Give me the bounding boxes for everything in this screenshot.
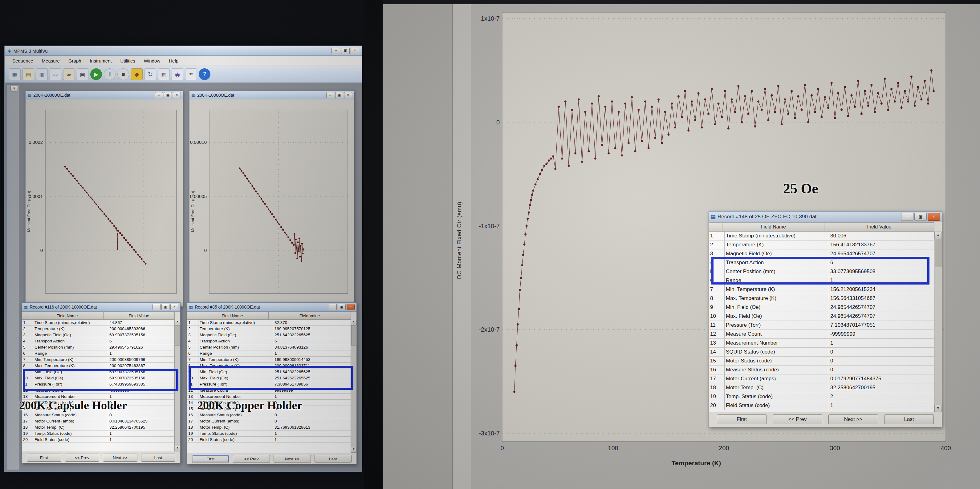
- table-row[interactable]: 14SQUID Status (code)0: [187, 400, 351, 406]
- refresh-icon[interactable]: ↻: [145, 68, 156, 80]
- table-row[interactable]: 8Max. Temperature (K)200.002975463867: [22, 363, 175, 369]
- table-row[interactable]: 7Min. Temperature (K)156.212005615234: [709, 285, 934, 294]
- table-row[interactable]: 10Max. Field (Oe)251.642622265625: [187, 375, 351, 381]
- table-scrollbar[interactable]: ▲ ▼: [174, 320, 180, 451]
- table-row[interactable]: 18Motor Temp. (C)31.7693061828613: [187, 424, 351, 430]
- table-row[interactable]: 16Measure Status (code)0: [187, 412, 351, 418]
- scrollbar-thumb[interactable]: [935, 239, 942, 267]
- open-file-icon[interactable]: ▤: [22, 68, 34, 80]
- table-row[interactable]: 11Pressure (Torr)6.74839959693385: [22, 381, 175, 387]
- scroll-up-icon[interactable]: ▲: [351, 320, 356, 325]
- table-row[interactable]: 10Max. Field (Oe)69.9007873535156: [22, 375, 175, 381]
- table-row[interactable]: 14SQUID Status (code)0: [709, 348, 934, 357]
- maximize-button[interactable]: ▣: [335, 92, 343, 98]
- dialog-titlebar[interactable]: ▦ Record #116 of 200K-10000OE.dat – ▣ ×: [22, 303, 180, 312]
- table-row[interactable]: 14SQUID Status (code)0: [22, 400, 175, 406]
- play-icon[interactable]: ▶: [90, 68, 102, 80]
- close-icon[interactable]: ×: [11, 86, 18, 92]
- table-row[interactable]: 19Temp. Status (code)2: [709, 392, 934, 401]
- record-nav-button[interactable]: Last: [315, 455, 352, 463]
- close-button[interactable]: ×: [928, 213, 940, 221]
- minimize-button[interactable]: –: [331, 48, 340, 54]
- record-nav-button[interactable]: << Prev: [233, 455, 270, 463]
- table-row[interactable]: 5Center Position (mm)33.0773095569508: [709, 267, 934, 276]
- table-row[interactable]: 11Pressure (Torr)7.10348701477051: [709, 321, 934, 330]
- table-row[interactable]: 13Measurement Number1: [187, 394, 351, 400]
- table-row[interactable]: 11Pressure (Torr)7.3889451789856: [187, 381, 351, 387]
- scroll-down-icon[interactable]: ▼: [351, 447, 356, 452]
- maximize-button[interactable]: ▣: [164, 92, 172, 98]
- menu-item[interactable]: Window: [140, 57, 164, 65]
- table-row[interactable]: 20Field Status (code)1: [187, 437, 351, 443]
- scrollbar-thumb[interactable]: [351, 325, 356, 346]
- record-nav-button[interactable]: First: [27, 454, 61, 462]
- copy-icon[interactable]: ▱: [49, 68, 61, 80]
- table-row[interactable]: 17Motor Current (amps)0: [187, 418, 351, 424]
- table-row[interactable]: 5Center Position (mm)29.496545791626: [22, 344, 175, 351]
- help-icon[interactable]: ?: [199, 68, 210, 80]
- table-row[interactable]: 17Motor Current (amps)0.018463134765625: [22, 418, 175, 424]
- table-row[interactable]: 1Time Stamp (minutes,relative)44.867: [22, 320, 175, 326]
- chart-window-titlebar[interactable]: ▦ 200K-10000OE.dat – ▣ ×: [25, 91, 183, 100]
- table-row[interactable]: 6Range1: [187, 351, 351, 357]
- minimize-button[interactable]: –: [901, 213, 913, 221]
- table-row[interactable]: 2Temperature (K)156.414132133767: [709, 240, 934, 249]
- table-row[interactable]: 1Time Stamp (minutes,relative)30.006: [709, 232, 934, 240]
- record-nav-button[interactable]: Next >>: [829, 414, 878, 424]
- table-row[interactable]: 10Max. Field (Oe)24.9654426574707: [709, 312, 934, 321]
- table-row[interactable]: 13Measurement Number1: [709, 339, 934, 348]
- table-row[interactable]: 20Field Status (code)1: [709, 401, 934, 410]
- scroll-up-icon[interactable]: ▲: [934, 232, 942, 239]
- table-row[interactable]: 19Temp. Status (code)1: [187, 430, 351, 437]
- close-button[interactable]: ×: [344, 92, 352, 98]
- table-row[interactable]: 7Min. Temperature (K)200.000885009766: [22, 357, 175, 363]
- minimize-button[interactable]: –: [326, 92, 334, 98]
- table-row[interactable]: 19Temp. Status (code)1: [22, 430, 175, 437]
- menu-item[interactable]: Instrument: [86, 57, 116, 65]
- scroll-down-icon[interactable]: ▼: [175, 446, 180, 451]
- close-button[interactable]: ×: [173, 92, 181, 98]
- table-row[interactable]: 8Max. Temperature (K)200.000961303711: [187, 363, 351, 369]
- record-nav-button[interactable]: Last: [141, 454, 176, 462]
- table-scrollbar[interactable]: ▲ ▼: [351, 320, 356, 452]
- pause-icon[interactable]: ‖: [104, 68, 116, 80]
- table-row[interactable]: 7Min. Temperature (K)199.998009014453: [187, 357, 351, 363]
- minimize-button[interactable]: –: [153, 304, 161, 310]
- record-nav-button[interactable]: Last: [884, 414, 934, 424]
- measure-icon[interactable]: ◉: [172, 68, 183, 80]
- record-nav-button[interactable]: Next >>: [103, 454, 137, 462]
- table-row[interactable]: 9Min. Field (Oe)251.642822265625: [187, 369, 351, 375]
- record-nav-button[interactable]: << Prev: [65, 454, 100, 462]
- menu-item[interactable]: Graph: [64, 57, 86, 65]
- scroll-up-icon[interactable]: ▲: [175, 320, 180, 325]
- print-icon[interactable]: ▣: [77, 68, 88, 80]
- menu-item[interactable]: Help: [164, 57, 183, 65]
- record-nav-button[interactable]: Next >>: [274, 455, 311, 463]
- maximize-button[interactable]: ▣: [161, 304, 169, 310]
- table-row[interactable]: 17Motor Current (amps)0.0179290771484375: [709, 375, 934, 383]
- dialog-titlebar[interactable]: ▦ Record #85 of 200K-10000OE.dat – ▣ ×: [187, 303, 356, 312]
- table-row[interactable]: 9Min. Field (Oe)69.9007373535156: [22, 369, 175, 375]
- table-row[interactable]: 12Measure Count-99999999: [22, 387, 175, 394]
- table-row[interactable]: 16Measure Status (code)0: [709, 365, 934, 375]
- table-row[interactable]: 13Measurement Number1: [22, 394, 175, 400]
- menu-item[interactable]: Utilities: [116, 57, 140, 65]
- table-row[interactable]: 3Magnetic Field (Oe)24.9654426574707: [709, 249, 934, 258]
- data-table-icon[interactable]: ▥: [36, 68, 48, 80]
- close-button[interactable]: ×: [351, 48, 359, 54]
- scroll-down-icon[interactable]: ▼: [934, 405, 942, 412]
- table-row[interactable]: 18Motor Temp. (C)32.2580642700195: [22, 424, 175, 430]
- minimize-button[interactable]: –: [155, 92, 163, 98]
- table-scrollbar[interactable]: ▲ ▼: [934, 232, 942, 412]
- table-row[interactable]: 18Motor Temp. (C)32.2580642700195: [709, 383, 934, 392]
- menu-item[interactable]: Sequence: [8, 57, 38, 65]
- lock-icon[interactable]: ◆: [131, 68, 143, 80]
- stop-icon[interactable]: ■: [118, 68, 129, 80]
- maximize-button[interactable]: ▣: [915, 213, 927, 221]
- dialog-titlebar[interactable]: ▦ Record #148 of 25 OE ZFC-FC 10-390.dat…: [709, 211, 942, 222]
- close-button[interactable]: ×: [347, 304, 355, 310]
- table-row[interactable]: 3Magnetic Field (Oe)69.9007373535156: [22, 332, 175, 338]
- table-row[interactable]: 2Temperature (K)200.000465393066: [22, 326, 175, 332]
- table-row[interactable]: 3Magnetic Field (Oe)251.642822265625: [187, 332, 351, 338]
- table-row[interactable]: 4Transport Action6: [22, 338, 175, 344]
